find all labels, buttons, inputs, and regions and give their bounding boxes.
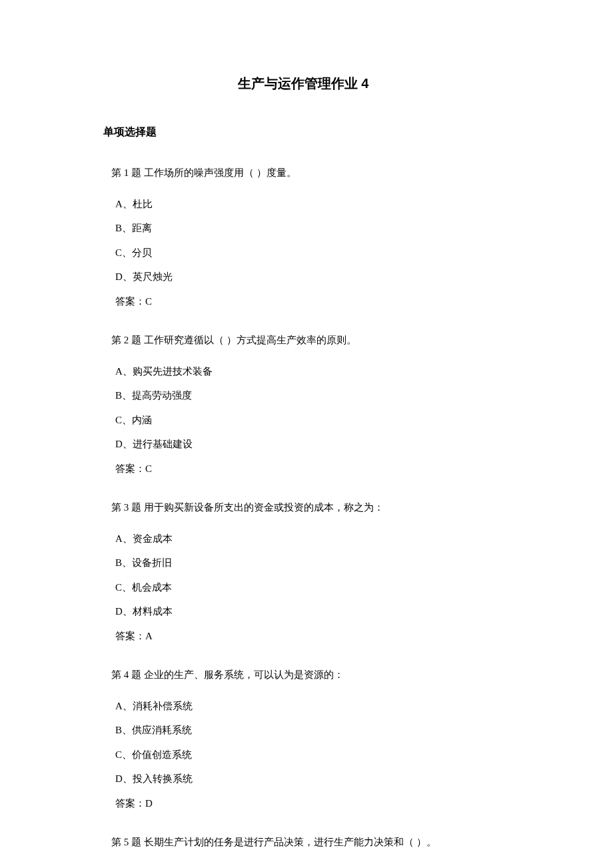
option-b: B、供应消耗系统 [115,723,503,738]
option-d: D、英尺烛光 [115,269,503,285]
question-prompt: 第 1 题 工作场所的噪声强度用（ ）度量。 [111,165,503,181]
option-d: D、材料成本 [115,604,503,619]
question-block: 第 2 题 工作研究遵循以（ ）方式提高生产效率的原则。 A、购买先进技术装备 … [103,333,503,476]
option-c: C、分贝 [115,245,503,261]
option-a: A、资金成本 [115,531,503,547]
option-d: D、进行基础建设 [115,437,503,452]
question-prompt: 第 5 题 长期生产计划的任务是进行产品决策，进行生产能力决策和（ ）。 [111,835,503,850]
option-a: A、消耗补偿系统 [115,699,503,714]
option-a: A、购买先进技术装备 [115,364,503,379]
option-c: C、内涵 [115,413,503,428]
question-prompt: 第 4 题 企业的生产、服务系统，可以认为是资源的： [111,667,503,683]
option-b: B、提高劳动强度 [115,388,503,403]
question-prompt: 第 3 题 用于购买新设备所支出的资金或投资的成本，称之为： [111,500,503,515]
question-block: 第 4 题 企业的生产、服务系统，可以认为是资源的： A、消耗补偿系统 B、供应… [103,667,503,811]
question-block: 第 1 题 工作场所的噪声强度用（ ）度量。 A、杜比 B、距离 C、分贝 D、… [103,165,503,309]
option-b: B、设备折旧 [115,555,503,571]
question-block: 第 3 题 用于购买新设备所支出的资金或投资的成本，称之为： A、资金成本 B、… [103,500,503,643]
option-a: A、杜比 [115,197,503,212]
option-c: C、机会成本 [115,580,503,595]
option-d: D、投入转换系统 [115,771,503,787]
option-c: C、价值创造系统 [115,747,503,763]
answer: 答案：C [115,294,503,309]
question-block: 第 5 题 长期生产计划的任务是进行产品决策，进行生产能力决策和（ ）。 [103,835,503,850]
answer: 答案：C [115,461,503,477]
answer: 答案：D [115,796,503,811]
question-prompt: 第 2 题 工作研究遵循以（ ）方式提高生产效率的原则。 [111,333,503,348]
page-title: 生产与运作管理作业 4 [103,73,503,93]
section-title: 单项选择题 [103,124,503,140]
option-b: B、距离 [115,221,503,236]
answer: 答案：A [115,629,503,644]
